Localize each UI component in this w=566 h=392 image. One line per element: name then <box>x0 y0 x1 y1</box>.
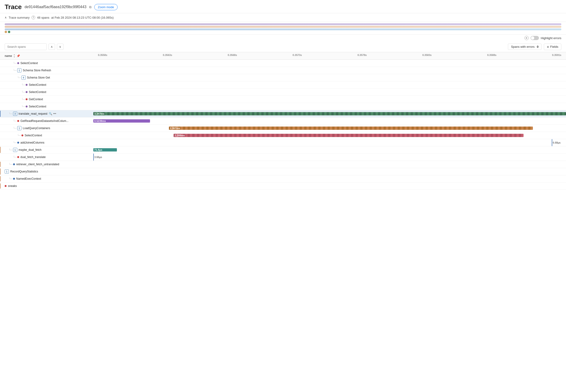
fields-icon: ≡ <box>547 45 549 49</box>
span-connector: └─ <box>9 148 13 151</box>
trace-id: de91446aaf5acf6aea192f9bc99f0443 <box>25 5 86 9</box>
span-bar: 2.289ms <box>174 134 523 137</box>
highlight-errors-close[interactable]: ✕ <box>524 36 529 40</box>
help-icon[interactable]: ? <box>31 16 35 19</box>
fields-button[interactable]: ≡ Fields <box>544 43 561 50</box>
span-name-cell: └─GetContext <box>0 97 93 102</box>
table-row[interactable]: └─GetReadRequestDatasetsAndColum...0.523… <box>0 117 566 125</box>
span-badge[interactable]: 3 <box>13 112 17 116</box>
table-row[interactable]: └─addJoinedColumns6.68μs <box>0 139 566 146</box>
span-name-cell: └─1Schema Store Refresh <box>0 67 93 73</box>
minimap-bar-3[interactable] <box>5 28 561 30</box>
table-row[interactable]: 1RecordQueryStatistics <box>0 168 566 175</box>
span-bar-line <box>93 154 94 161</box>
span-badge[interactable]: 1 <box>17 126 21 130</box>
span-name-text: SelectContext <box>29 90 46 94</box>
span-name-cell: └─addJoinedColumns <box>0 140 93 145</box>
span-bar: 3.347ms <box>93 112 566 115</box>
name-col-label: name <box>5 54 12 57</box>
span-name-text: SelectContext <box>29 105 46 108</box>
span-connector: └─ <box>9 112 13 115</box>
span-connector: └─ <box>21 91 25 93</box>
span-connector: └─ <box>17 76 21 79</box>
sort-icons[interactable]: ▲ ▼ <box>13 54 15 58</box>
toolbar: ∧ ∨ Spans with errors 0 ≡ Fields <box>0 42 566 52</box>
time-axis: 0.3558s 0.3563s 0.3568s 0.3573s 0.3578s … <box>98 54 561 58</box>
search-input[interactable] <box>5 43 47 50</box>
span-bar-label: 3.347ms <box>93 112 105 115</box>
span-connector: └─ <box>13 141 17 144</box>
minimap-bar-2[interactable] <box>5 26 561 28</box>
page-header: Trace de91446aaf5acf6aea192f9bc99f0443 ⧉… <box>0 0 566 13</box>
table-row[interactable]: └─1maybe_dual_fetch71.8μs <box>0 146 566 154</box>
span-badge[interactable]: 1 <box>5 169 9 174</box>
span-timeline-cell <box>93 81 566 88</box>
summary-label: Trace summary <box>9 16 30 19</box>
table-row[interactable]: └─4Schema Store Get <box>0 74 566 81</box>
span-name-cell: └─SelectContext <box>0 133 93 138</box>
copy-icon[interactable]: ⧉ <box>89 5 91 9</box>
span-timeline-cell: 2.367ms <box>93 125 566 132</box>
span-timeline-cell: 6.68μs <box>93 139 566 146</box>
span-name-cell: └─SelectContext <box>0 89 93 95</box>
span-dot <box>17 142 19 144</box>
search-span-icon[interactable]: 🔍 <box>49 112 52 115</box>
span-name-cell: └─SelectContext <box>0 82 93 87</box>
span-timeline-cell <box>93 175 566 182</box>
table-row[interactable]: └─1LoadQueryContainers2.367ms <box>0 125 566 132</box>
span-badge[interactable]: 1 <box>13 148 17 152</box>
table-row[interactable]: └─3translate_read_request🔍•••3.347ms <box>0 110 566 117</box>
span-actions: 🔍••• <box>49 112 56 115</box>
span-badge[interactable]: 1 <box>17 68 21 72</box>
span-name-cell: └─1LoadQueryContainers <box>0 125 93 131</box>
more-options-button[interactable]: ••• <box>53 112 56 115</box>
zoom-mode-button[interactable]: Zoom mode <box>94 4 117 10</box>
span-name-text: translate_read_request <box>19 112 47 115</box>
span-timeline-cell: 2.289ms <box>93 132 566 139</box>
prev-button[interactable]: ∧ <box>48 43 55 50</box>
span-connector: └─ <box>13 62 17 65</box>
span-timeline-cell <box>93 168 566 175</box>
minimap-bar-1[interactable] <box>5 23 561 25</box>
span-name-text: Schema Store Get <box>27 76 50 79</box>
table-row[interactable]: └─SelectContext <box>0 103 566 110</box>
table-row[interactable]: └─GetContext <box>0 96 566 103</box>
span-timeline-cell <box>93 89 566 96</box>
table-row[interactable]: └─SelectContext <box>0 81 566 89</box>
table-row[interactable]: └─SelectContext2.289ms <box>0 132 566 139</box>
span-dot <box>21 134 23 136</box>
span-name-cell: └─retriever_client_fetch_untranslated <box>0 162 93 167</box>
span-name-cell: └─SelectContext <box>0 104 93 109</box>
span-name-text: addJoinedColumns <box>21 141 45 144</box>
span-dot <box>17 120 19 122</box>
minimap-dot-orange <box>5 31 7 33</box>
span-name-text: SelectContext <box>29 83 46 86</box>
span-duration-label: 6.68μs <box>553 141 560 144</box>
highlight-errors-toggle[interactable] <box>531 36 539 40</box>
table-row[interactable]: └─retriever_client_fetch_untranslated <box>0 161 566 168</box>
table-row[interactable]: └─dual_fetch_translate3.66μs <box>0 154 566 161</box>
time-label-3: 0.3573s <box>293 54 302 58</box>
sort-desc-icon: ▼ <box>13 56 15 58</box>
span-name-cell: └─3translate_read_request🔍••• <box>0 111 93 117</box>
table-row[interactable]: └─NamedExecContext <box>0 175 566 182</box>
span-timeline-cell <box>93 96 566 103</box>
table-row[interactable]: └─SelectContext <box>0 60 566 67</box>
table-row[interactable]: sneaks <box>0 182 566 190</box>
collapse-icon[interactable]: ∧ <box>5 16 7 19</box>
span-badge[interactable]: 4 <box>21 75 26 80</box>
span-dot <box>26 106 28 107</box>
span-name-cell: └─dual_fetch_translate <box>0 154 93 160</box>
span-dot <box>13 178 15 180</box>
span-name-text: RecordQueryStatistics <box>10 170 38 173</box>
span-dot <box>5 185 7 187</box>
span-timeline-cell <box>93 182 566 189</box>
table-row[interactable]: └─1Schema Store Refresh <box>0 67 566 74</box>
fields-label: Fields <box>550 45 558 48</box>
span-name-cell: └─NamedExecContext <box>0 176 93 181</box>
next-button[interactable]: ∨ <box>57 43 63 50</box>
pin-icon[interactable]: 📌 <box>16 54 20 57</box>
span-connector: └─ <box>13 69 17 72</box>
table-row[interactable]: └─SelectContext <box>0 89 566 96</box>
span-timeline-cell: 3.66μs <box>93 154 566 161</box>
